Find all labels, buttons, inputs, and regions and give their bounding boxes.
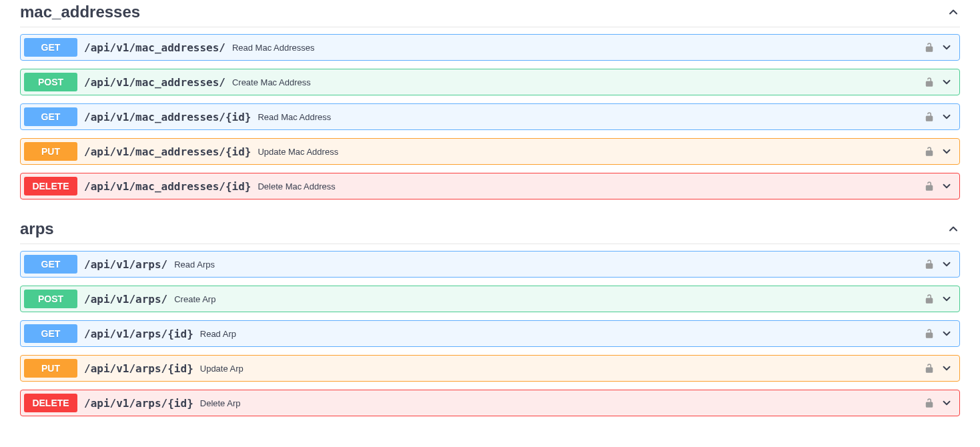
chevron-down-icon[interactable] (941, 111, 953, 123)
tag-header[interactable]: arps (20, 213, 960, 244)
operation-summary: Delete Arp (200, 398, 923, 408)
unlock-icon[interactable] (923, 180, 935, 192)
http-method-badge: GET (24, 107, 77, 126)
operation-controls (923, 145, 953, 157)
operation-row[interactable]: GET/api/v1/mac_addresses/{id}Read Mac Ad… (20, 103, 960, 130)
chevron-up-icon[interactable] (947, 5, 960, 19)
http-method-badge: POST (24, 290, 77, 308)
operation-path: /api/v1/arps/{id} (77, 397, 200, 410)
operation-path: /api/v1/mac_addresses/ (77, 76, 232, 89)
http-method-badge: GET (24, 255, 77, 274)
operation-path: /api/v1/arps/{id} (77, 362, 200, 375)
http-method-badge: POST (24, 73, 77, 91)
operation-row[interactable]: DELETE/api/v1/mac_addresses/{id}Delete M… (20, 173, 960, 199)
tag-header[interactable]: mac_addresses (20, 0, 960, 27)
operation-path: /api/v1/arps/ (77, 258, 174, 271)
operation-path: /api/v1/mac_addresses/{id} (77, 111, 258, 123)
operation-row[interactable]: DELETE/api/v1/arps/{id}Delete Arp (20, 390, 960, 416)
chevron-down-icon[interactable] (941, 41, 953, 53)
operation-controls (923, 328, 953, 340)
unlock-icon[interactable] (923, 362, 935, 374)
unlock-icon[interactable] (923, 41, 935, 53)
operation-summary: Update Mac Address (258, 147, 923, 157)
unlock-icon[interactable] (923, 145, 935, 157)
operation-controls (923, 76, 953, 88)
unlock-icon[interactable] (923, 76, 935, 88)
operation-summary: Create Arp (174, 294, 923, 304)
chevron-down-icon[interactable] (941, 180, 953, 192)
operation-row[interactable]: GET/api/v1/arps/{id}Read Arp (20, 320, 960, 347)
operation-row[interactable]: PUT/api/v1/arps/{id}Update Arp (20, 355, 960, 382)
chevron-down-icon[interactable] (941, 397, 953, 409)
unlock-icon[interactable] (923, 258, 935, 270)
http-method-badge: GET (24, 38, 77, 57)
operation-row[interactable]: GET/api/v1/arps/Read Arps (20, 251, 960, 278)
chevron-down-icon[interactable] (941, 362, 953, 374)
operation-summary: Create Mac Address (232, 77, 923, 87)
chevron-down-icon[interactable] (941, 76, 953, 88)
http-method-badge: DELETE (24, 177, 77, 195)
unlock-icon[interactable] (923, 328, 935, 340)
http-method-badge: GET (24, 324, 77, 343)
http-method-badge: PUT (24, 359, 77, 378)
unlock-icon[interactable] (923, 397, 935, 409)
operation-controls (923, 397, 953, 409)
operation-row[interactable]: POST/api/v1/arps/Create Arp (20, 286, 960, 312)
unlock-icon[interactable] (923, 111, 935, 123)
operation-row[interactable]: POST/api/v1/mac_addresses/Create Mac Add… (20, 69, 960, 95)
chevron-down-icon[interactable] (941, 145, 953, 157)
operation-summary: Read Mac Address (258, 112, 923, 122)
operation-controls (923, 293, 953, 305)
operation-summary: Read Arps (174, 260, 923, 270)
unlock-icon[interactable] (923, 293, 935, 305)
tag-section: mac_addressesGET/api/v1/mac_addresses/Re… (20, 0, 960, 199)
tag-section: arpsGET/api/v1/arps/Read ArpsPOST/api/v1… (20, 213, 960, 416)
operation-controls (923, 258, 953, 270)
operation-path: /api/v1/mac_addresses/{id} (77, 145, 258, 158)
http-method-badge: PUT (24, 142, 77, 161)
chevron-down-icon[interactable] (941, 258, 953, 270)
operation-path: /api/v1/mac_addresses/ (77, 41, 232, 54)
chevron-down-icon[interactable] (941, 293, 953, 305)
operation-summary: Delete Mac Address (258, 181, 923, 191)
tag-name: mac_addresses (20, 3, 140, 21)
http-method-badge: DELETE (24, 394, 77, 412)
operation-controls (923, 362, 953, 374)
operation-controls (923, 41, 953, 53)
chevron-up-icon[interactable] (947, 222, 960, 236)
operation-row[interactable]: PUT/api/v1/mac_addresses/{id}Update Mac … (20, 138, 960, 165)
operation-summary: Read Arp (200, 329, 923, 339)
operation-path: /api/v1/arps/ (77, 293, 174, 306)
operation-row[interactable]: GET/api/v1/mac_addresses/Read Mac Addres… (20, 34, 960, 61)
operation-path: /api/v1/mac_addresses/{id} (77, 180, 258, 193)
operation-controls (923, 111, 953, 123)
operation-controls (923, 180, 953, 192)
operation-path: /api/v1/arps/{id} (77, 328, 200, 340)
operation-summary: Read Mac Addresses (232, 43, 923, 53)
tag-name: arps (20, 219, 54, 238)
chevron-down-icon[interactable] (941, 328, 953, 340)
operation-summary: Update Arp (200, 364, 923, 374)
